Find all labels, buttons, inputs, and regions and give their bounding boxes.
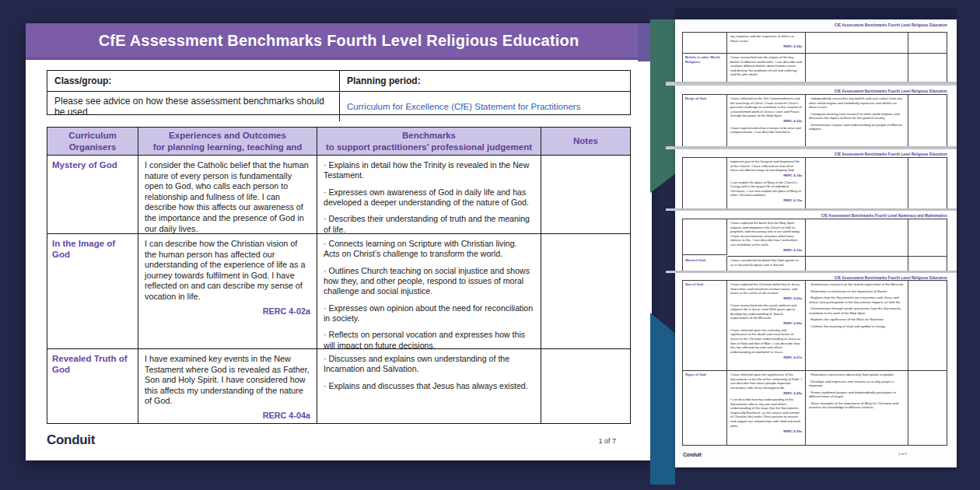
experience-text: I have researched into the social, polit… — [730, 303, 802, 320]
notes-cell — [541, 349, 630, 423]
benchmark-item: Demonstrates through words and actions h… — [809, 306, 905, 315]
benchmarks-cell: Connects learning on Scripture with Chri… — [317, 234, 541, 349]
preview-experiences: I have explored the belief that the Holy… — [727, 219, 806, 257]
rerc-code: RERC 4-08a — [730, 391, 802, 396]
rerc-code: RERC 4-24a — [730, 44, 802, 49]
preview-experiences: I have explored the Christian belief tha… — [727, 281, 806, 371]
blue-accent-shape — [650, 313, 675, 485]
benchmark-item: Summarises research on the Jewish expect… — [809, 282, 905, 287]
preview-benchmarks: Formulates conclusions about why God spe… — [806, 371, 908, 445]
col-header-curriculum-organisers: Curriculum Organisers — [47, 128, 138, 156]
preview-organiser: Word of God — [683, 257, 727, 271]
experience-text: I can describe how the Christian vision … — [145, 239, 310, 303]
preview-notes — [908, 33, 947, 54]
preview-page-2: CfE Assessment Benchmarks Fourth Level R… — [675, 86, 957, 146]
rerc-code: RERC 4-07a — [730, 355, 802, 360]
preview-notes — [908, 54, 947, 82]
experience-text: I have reflected upon the centrality and… — [730, 328, 802, 354]
preview-benchmarks — [806, 54, 908, 82]
benchmark-item: Reflects on personal vocation and expres… — [324, 330, 534, 349]
experience-text: I have researched into the origins of th… — [730, 55, 802, 77]
preview-organiser: Beliefs in other World Religions — [683, 54, 727, 82]
benchmark-item: Develops and expresses own reasons as to… — [809, 380, 905, 388]
benchmark-item: Expresses own opinion about the need for… — [324, 303, 534, 324]
experience-text: I have explored the Christian belief tha… — [730, 282, 802, 296]
preview-experiences: I have considered the belief that God sp… — [727, 257, 806, 271]
benchmark-item: Outlines Church teaching on social injus… — [324, 266, 534, 297]
benchmark-item: Expresses own awareness of God in daily … — [324, 187, 534, 208]
page-title: CfE Assessment Benchmarks Fourth Level R… — [99, 32, 579, 50]
info-table: Class/group: Planning period: Please see… — [47, 70, 631, 115]
main-document-page: CfE Assessment Benchmarks Fourth Level R… — [26, 23, 652, 460]
preview-organiser: Son of God — [683, 281, 727, 371]
preview-organiser — [683, 33, 727, 54]
preview-table: I have explored the belief that the Holy… — [682, 219, 947, 271]
organiser-in-the-image-of-god: In the Image of God — [47, 234, 138, 349]
experience-text: I have reflected on the Ten Commandments… — [730, 96, 802, 118]
preview-experiences: I have reflected upon the significance o… — [727, 371, 806, 445]
experience-text: I have considered the belief that God sp… — [730, 258, 802, 267]
preview-notes — [908, 281, 947, 371]
class-group-label: Class/group: — [47, 71, 339, 91]
preview-table: important part of the liturgical and dev… — [682, 157, 947, 208]
organiser-revealed-truth-of-god: Revealed Truth of God — [47, 349, 138, 423]
teal-accent-shape — [650, 19, 675, 193]
col-header-experiences-outcomes: Experiences and Outcomes for planning le… — [138, 128, 317, 156]
conduit-logo: Conduit — [683, 452, 702, 457]
notes-cell — [541, 234, 630, 349]
benchmark-item: Explains the significance of the Mass fo… — [809, 317, 905, 322]
purple-accent-shape — [638, 24, 652, 61]
rerc-code: RERC 4-06a — [730, 321, 802, 326]
preview-page-1: CfE Assessment Benchmarks Fourth Level R… — [675, 19, 957, 82]
preview-experiences: important part of the liturgical and dev… — [727, 158, 806, 208]
preview-organiser: Reign of God — [683, 95, 727, 146]
preview-page-4: CfE Assessment Benchmarks Fourth Level N… — [675, 211, 957, 271]
benchmark-item: Knows traditional prayers and independen… — [809, 390, 905, 399]
benchmarks-cell: Explains in detail how the Trinity is re… — [317, 156, 541, 234]
preview-benchmarks — [806, 33, 908, 54]
experiences-cell: I consider the Catholic belief that the … — [138, 156, 317, 234]
benchmark-item: Explains how the Sacraments are encounte… — [809, 296, 905, 304]
preview-notes — [908, 95, 947, 146]
benchmark-item: Explains and discusses that Jesus has al… — [324, 381, 534, 391]
preview-notes — [908, 219, 947, 257]
preview-header: CfE Assessment Benchmarks Fourth Level N… — [821, 214, 947, 218]
experience-text: I have examined key events in the New Te… — [145, 354, 310, 407]
title-banner: CfE Assessment Benchmarks Fourth Level R… — [26, 23, 652, 60]
rerc-code: RERC 4-20a — [730, 119, 802, 124]
preview-benchmarks — [806, 158, 908, 208]
benchmark-item: Explains in detail how the Trinity is re… — [324, 160, 534, 181]
col-header-notes: Notes — [541, 128, 630, 156]
rerc-code: RERC 4-09a — [730, 429, 802, 434]
benchmark-item: Compares learning from research to other… — [809, 112, 905, 121]
notes-cell — [541, 156, 630, 234]
experience-text: I have reflected upon the significance o… — [730, 373, 802, 390]
rerc-code: RERC 4-15a — [730, 198, 802, 203]
preview-page-5: CfE Assessment Benchmarks Fourth Level R… — [675, 273, 957, 467]
preview-organiser — [683, 219, 727, 255]
rerc-code: RERC 4-04a — [145, 411, 310, 422]
experience-text: I consider the Catholic belief that the … — [145, 160, 310, 234]
benchmark-item: Demonstrates respect and understanding f… — [809, 123, 905, 131]
col-header-benchmarks: Benchmarks to support practitioners’ pro… — [317, 128, 541, 156]
experiences-cell: I have examined key events in the New Te… — [138, 349, 317, 423]
page-number: 1 of 7 — [598, 437, 616, 445]
preview-header: CfE Assessment Benchmarks Fourth Level R… — [835, 152, 947, 156]
planning-period-label: Planning period: — [339, 71, 630, 91]
preview-notes — [908, 158, 947, 208]
preview-benchmarks: Summarises research on the Jewish expect… — [806, 281, 908, 371]
benchmark-item: Connects learning on Scripture with Chri… — [324, 239, 534, 260]
benchmark-item: Outlines the meaning of ritual and symbo… — [809, 324, 905, 329]
preview-header: CfE Assessment Benchmarks Fourth Level R… — [835, 89, 947, 93]
preview-table: my response and the responses of others … — [682, 32, 947, 82]
preview-table: Reign of God I have reflected on the Ten… — [682, 94, 947, 146]
benchmarks-table: Curriculum Organisers Experiences and Ou… — [47, 127, 631, 424]
experience-text: I can explain the place of Mary in the C… — [730, 180, 802, 198]
rerc-code: RERC 4-16a — [730, 248, 802, 253]
experience-text: I have experienced what it means to be w… — [730, 126, 802, 135]
cfe-statement-link[interactable]: Curriculum for Excellence (CfE) Statemen… — [347, 102, 580, 111]
rerc-code: RERC 4-14a — [730, 173, 802, 178]
benchmark-item: Gives examples of the importance of Mary… — [809, 401, 905, 410]
organiser-mystery-of-god: Mystery of God — [47, 156, 138, 234]
preview-organiser — [683, 158, 727, 208]
